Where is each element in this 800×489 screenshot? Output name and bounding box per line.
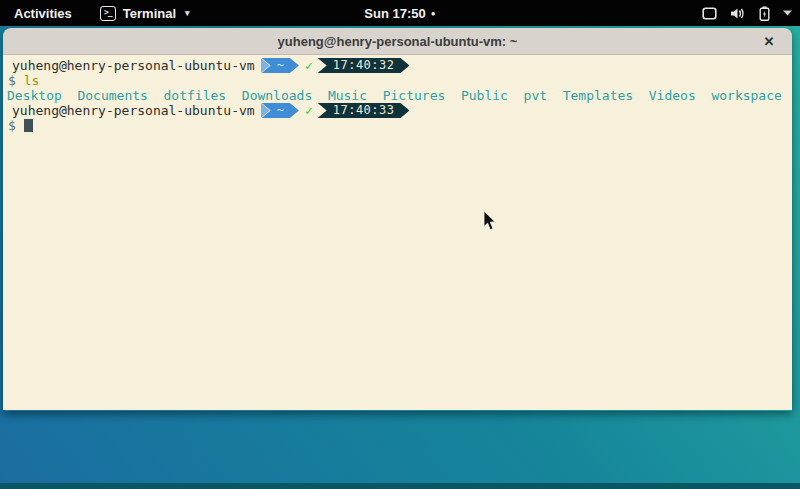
chevron-down-icon [783, 10, 792, 16]
input-line[interactable]: $ [3, 118, 792, 133]
mouse-cursor [483, 211, 496, 231]
battery-charging-icon [759, 6, 770, 21]
volume-icon [730, 7, 746, 20]
directory-list: Desktop Documents dotfiles Downloads Mus… [7, 88, 782, 103]
status-check-icon: ✓ [305, 103, 313, 118]
prompt-time-segment: 17:40:33 [318, 103, 410, 118]
terminal-content[interactable]: yuheng@henry-personal-ubuntu-vm ~ ✓ 17:4… [3, 55, 792, 410]
terminal-window: yuheng@henry-personal-ubuntu-vm: ~ ✕ yuh… [3, 28, 792, 411]
prompt-user-host: yuheng@henry-personal-ubuntu-vm [8, 103, 255, 118]
notification-dot-icon: ● [431, 9, 436, 18]
chevron-down-icon: ▾ [185, 8, 190, 18]
command-line: $ ls [3, 73, 792, 88]
close-icon[interactable]: ✕ [758, 28, 780, 55]
terminal-cursor [24, 119, 33, 132]
window-title: yuheng@henry-personal-ubuntu-vm: ~ [278, 34, 518, 49]
command-text: ls [24, 73, 40, 88]
app-menu-label: Terminal [123, 6, 176, 21]
ls-output-line: Desktop Documents dotfiles Downloads Mus… [3, 88, 792, 103]
prompt-line: yuheng@henry-personal-ubuntu-vm ~ ✓ 17:4… [3, 58, 792, 73]
prompt-char: $ [8, 118, 16, 133]
window-titlebar[interactable]: yuheng@henry-personal-ubuntu-vm: ~ ✕ [3, 28, 792, 55]
activities-button[interactable]: Activities [14, 6, 72, 21]
clock-label: Sun 17:50 [364, 6, 425, 21]
terminal-app-icon: >_ [100, 6, 116, 21]
system-status-area[interactable] [702, 0, 792, 26]
desktop-screen: Activities >_ Terminal ▾ Sun 17:50 ● [0, 0, 800, 489]
top-bar: Activities >_ Terminal ▾ Sun 17:50 ● [0, 0, 800, 26]
display-icon [702, 7, 717, 20]
prompt-char: $ [8, 73, 16, 88]
app-menu-terminal[interactable]: >_ Terminal ▾ [100, 6, 190, 21]
status-check-icon: ✓ [305, 58, 313, 73]
prompt-line: yuheng@henry-personal-ubuntu-vm ~ ✓ 17:4… [3, 103, 792, 118]
prompt-user-host: yuheng@henry-personal-ubuntu-vm [8, 58, 255, 73]
desktop-bottom-edge [0, 483, 800, 489]
prompt-time-segment: 17:40:32 [318, 58, 410, 73]
